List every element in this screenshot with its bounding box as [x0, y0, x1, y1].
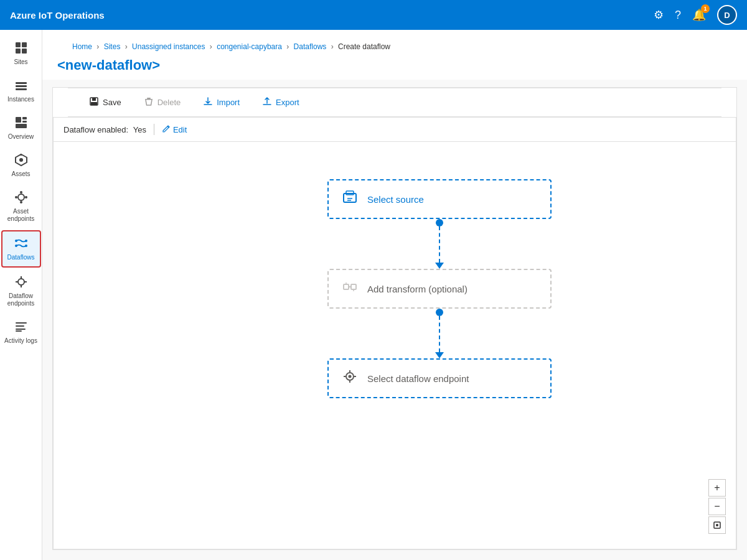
endpoint-icon [341, 368, 359, 389]
svg-rect-8 [22, 117, 27, 119]
zoom-out-button[interactable]: − [708, 498, 726, 515]
save-icon [89, 96, 99, 108]
import-label: Import [217, 98, 240, 107]
instances-icon [14, 78, 28, 94]
sidebar: Sites Instances Overview Assets Asset en [0, 30, 42, 560]
svg-rect-4 [16, 82, 27, 84]
export-icon [262, 96, 272, 108]
svg-point-18 [15, 240, 17, 242]
svg-rect-9 [22, 121, 27, 123]
save-label: Save [103, 98, 121, 107]
svg-point-53 [716, 524, 718, 526]
svg-rect-29 [16, 329, 26, 330]
sidebar-item-dataflows[interactable]: Dataflows [1, 230, 41, 268]
page-title-bar: <new-dataflow> [42, 54, 747, 80]
sidebar-item-asset-endpoints-label: Asset endpoints [4, 208, 39, 223]
svg-rect-32 [92, 98, 96, 101]
save-button[interactable]: Save [83, 93, 128, 111]
dataflow-enabled-label: Dataflow enabled: Yes [63, 125, 146, 134]
svg-point-12 [19, 158, 23, 162]
sidebar-item-assets-label: Assets [11, 170, 30, 178]
svg-rect-33 [91, 102, 97, 105]
svg-point-22 [18, 279, 24, 285]
topbar-icons: ⚙ ? 🔔 1 D [654, 5, 737, 25]
connector-1 [435, 219, 444, 269]
svg-rect-3 [22, 49, 27, 54]
sites-icon [14, 41, 28, 57]
svg-rect-42 [351, 284, 356, 289]
sidebar-item-overview-label: Overview [8, 133, 34, 141]
svg-rect-1 [22, 42, 27, 47]
connector-arrow-2 [435, 352, 444, 358]
edit-label: Edit [173, 125, 187, 134]
sidebar-item-activity-logs[interactable]: Activity logs [1, 315, 41, 350]
select-source-node[interactable]: Select source [327, 179, 552, 219]
app-title: Azure IoT Operations [10, 10, 654, 21]
bell-icon[interactable]: 🔔 1 [692, 8, 706, 22]
breadcrumb-bar: Home › Sites › Unassigned instances › co… [42, 30, 747, 54]
connector-line-1 [439, 226, 440, 263]
select-endpoint-node[interactable]: Select dataflow endpoint [327, 358, 552, 398]
settings-icon[interactable]: ⚙ [654, 8, 664, 22]
svg-point-19 [25, 240, 27, 242]
edit-button[interactable]: Edit [162, 124, 187, 135]
add-transform-node[interactable]: Add transform (optional) [327, 269, 552, 309]
edit-icon [162, 124, 171, 135]
sidebar-item-overview[interactable]: Overview [1, 111, 41, 146]
breadcrumb-current: Create dataflow [338, 42, 390, 51]
breadcrumb-sites[interactable]: Sites [104, 42, 121, 51]
svg-rect-35 [145, 99, 153, 100]
breadcrumb: Home › Sites › Unassigned instances › co… [57, 36, 732, 54]
delete-label: Delete [157, 98, 181, 107]
svg-point-13 [18, 194, 24, 200]
svg-rect-34 [147, 98, 151, 99]
breadcrumb-instance[interactable]: congenial-capybara [217, 42, 282, 51]
topbar: Azure IoT Operations ⚙ ? 🔔 1 D [0, 0, 747, 30]
zoom-in-button[interactable]: + [708, 479, 726, 497]
svg-point-15 [25, 196, 27, 198]
sidebar-item-instances[interactable]: Instances [1, 73, 41, 108]
import-button[interactable]: Import [197, 93, 246, 111]
assets-icon [14, 153, 28, 169]
zoom-reset-button[interactable] [708, 516, 726, 534]
breadcrumb-unassigned[interactable]: Unassigned instances [132, 42, 205, 51]
breadcrumb-home[interactable]: Home [72, 42, 92, 51]
help-icon[interactable]: ? [675, 9, 681, 22]
svg-rect-6 [16, 88, 27, 90]
svg-rect-28 [16, 325, 24, 327]
sidebar-item-sites[interactable]: Sites [1, 36, 41, 71]
svg-point-16 [15, 196, 17, 198]
svg-point-20 [15, 245, 17, 247]
sidebar-item-dataflow-endpoints[interactable]: Dataflow endpoints [1, 270, 41, 312]
sidebar-item-activity-logs-label: Activity logs [4, 337, 37, 345]
notification-badge: 1 [701, 4, 710, 13]
connector-dot-2 [436, 309, 443, 316]
avatar[interactable]: D [717, 5, 737, 25]
content-inner: Save Delete Import [42, 80, 747, 560]
main-layout: Sites Instances Overview Assets Asset en [0, 30, 747, 560]
sidebar-item-dataflow-endpoints-label: Dataflow endpoints [4, 292, 39, 307]
status-divider [154, 124, 154, 135]
sidebar-item-sites-label: Sites [14, 58, 27, 66]
dataflow-enabled-value: Yes [133, 125, 146, 134]
flow-container: Select source [327, 179, 552, 398]
import-icon [203, 96, 213, 108]
delete-button[interactable]: Delete [138, 93, 187, 111]
svg-rect-2 [16, 49, 21, 54]
connector-line-2 [439, 316, 440, 352]
breadcrumb-dataflows[interactable]: Dataflows [294, 42, 327, 51]
connector-2 [435, 309, 444, 358]
overview-icon [14, 116, 28, 131]
toolbar: Save Delete Import [68, 88, 721, 117]
page-title: <new-dataflow> [57, 57, 160, 73]
endpoint-label: Select dataflow endpoint [367, 373, 469, 384]
export-label: Export [276, 98, 299, 107]
sidebar-item-instances-label: Instances [7, 96, 34, 103]
sidebar-item-asset-endpoints[interactable]: Asset endpoints [1, 185, 41, 228]
svg-rect-10 [16, 124, 27, 128]
sidebar-item-assets[interactable]: Assets [1, 148, 41, 183]
svg-point-17 [20, 201, 22, 203]
export-button[interactable]: Export [256, 93, 306, 111]
connector-arrow-1 [435, 263, 444, 269]
connector-dot-1 [436, 219, 443, 226]
